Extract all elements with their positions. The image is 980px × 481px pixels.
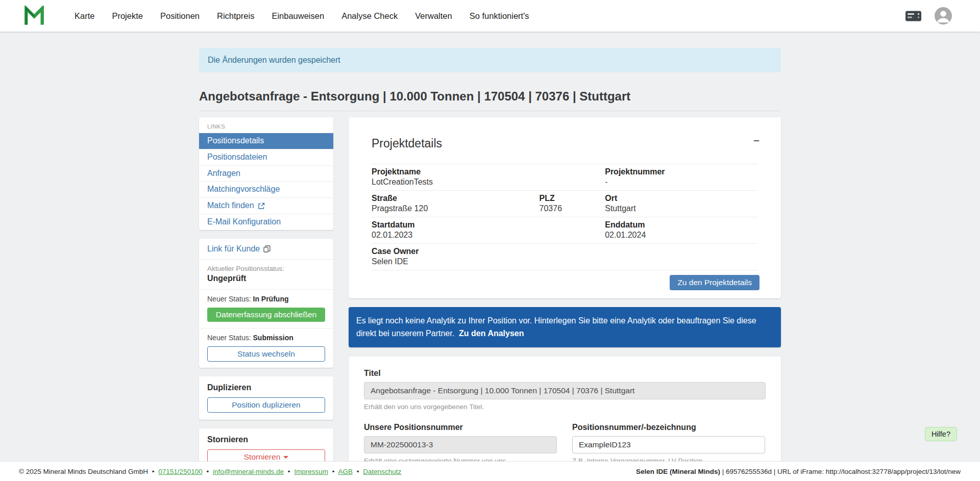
titel-input	[364, 382, 766, 399]
positionsnummer-label: Unsere Positionsnummer	[364, 423, 557, 432]
field-projektname: Projektname LotCreationTests	[372, 167, 605, 188]
links-header: LINKS	[199, 117, 333, 133]
footer-datenschutz-link[interactable]: Datenschutz	[363, 468, 401, 475]
brand-logo[interactable]	[23, 5, 46, 27]
separator: •	[206, 468, 209, 475]
finish-data-entry-button[interactable]: Datenerfassung abschließen	[207, 308, 325, 322]
nav-item-einbauweisen[interactable]: Einbauweisen	[272, 11, 324, 21]
user-avatar[interactable]	[934, 7, 952, 25]
nav-item-karte[interactable]: Karte	[75, 11, 94, 21]
duplicate-card: Duplizieren Position duplizieren	[199, 376, 333, 420]
copy-icon[interactable]	[263, 245, 271, 252]
navbar-right-group	[905, 7, 952, 25]
project-details-table: Projektname LotCreationTests Projektnumm…	[372, 164, 758, 270]
nav-item-positionen[interactable]: Positionen	[160, 11, 200, 21]
sidebar-item-label: Anfragen	[207, 167, 240, 180]
next-status-line: Neuer Status: Submission	[207, 334, 325, 342]
next-status-submission-section: Neuer Status: Submission Status wechseln	[199, 328, 333, 368]
cancel-title: Stornieren	[199, 428, 333, 445]
help-button[interactable]: Hilfe?	[925, 427, 957, 441]
status-card: Link für Kunde Aktueller Positionsstatus…	[199, 239, 333, 368]
nav-item-verwalten[interactable]: Verwalten	[415, 11, 452, 21]
sidebar-item-email-konfiguration[interactable]: E-Mail Konfiguration	[199, 214, 333, 230]
separator: •	[357, 468, 359, 475]
main-navigation: Karte Projekte Positionen Richtpreis Ein…	[75, 11, 529, 21]
footer-phone-link[interactable]: 07151/250100	[158, 468, 202, 475]
field-startdatum: Startdatum 02.01.2023	[372, 220, 605, 241]
top-navbar: Karte Projekte Positionen Richtpreis Ein…	[0, 0, 980, 32]
field-ort: Ort Stuttgart	[605, 193, 758, 214]
duplicate-title: Duplizieren	[199, 376, 333, 393]
customer-link-label: Link für Kunde	[207, 244, 260, 254]
nav-item-projekte[interactable]: Projekte	[112, 11, 143, 21]
current-status-value: Ungeprüft	[207, 274, 325, 283]
bezeichnung-input[interactable]	[572, 436, 765, 453]
next-status-line: Neuer Status: In Prüfung	[207, 295, 325, 303]
current-status-section: Aktueller Positionsstatus: Ungeprüft	[199, 259, 333, 289]
footer-user-name: Selen IDE (Mineral Minds)	[636, 468, 720, 475]
next-status-prefix: Neuer Status:	[207, 334, 251, 342]
next-status-prefix: Neuer Status:	[207, 295, 251, 303]
current-status-label: Aktueller Positionsstatus:	[207, 265, 325, 272]
nav-item-so-funktionierts[interactable]: So funktioniert's	[470, 11, 529, 21]
field-strasse: Straße Pragstraße 120	[372, 193, 540, 214]
footer: © 2025 Mineral Minds Deutschland GmbH • …	[0, 461, 980, 481]
bezeichnung-label: Positionsnummer/-bezeichnung	[572, 423, 765, 432]
footer-right: Selen IDE (Mineral Minds) | 69576255536d…	[636, 468, 961, 475]
sidebar-item-label: Positionsdateien	[207, 151, 267, 164]
success-alert: Die Änderungen wurden gespeichert	[199, 48, 781, 72]
sidebar-item-match-finden[interactable]: Match finden	[199, 197, 333, 214]
separator: •	[152, 468, 155, 475]
next-status-value: In Prüfung	[253, 295, 289, 303]
separator: •	[288, 468, 290, 475]
duplicate-position-button[interactable]: Position duplizieren	[207, 397, 325, 413]
sidebar: LINKS Positionsdetails Positionsdateien …	[199, 117, 333, 480]
footer-left: © 2025 Mineral Minds Deutschland GmbH • …	[19, 468, 401, 475]
external-link-icon	[258, 202, 265, 210]
customer-link[interactable]: Link für Kunde	[199, 239, 333, 259]
switch-status-button[interactable]: Status wechseln	[207, 346, 325, 362]
field-enddatum: Enddatum 02.01.2024	[605, 220, 758, 241]
sidebar-item-matchingvorschlaege[interactable]: Matchingvorschläge	[199, 181, 333, 197]
server-icon[interactable]	[905, 10, 922, 22]
sidebar-item-label: E-Mail Konfiguration	[207, 216, 281, 229]
main-content: Projektdetails – Projektname LotCreation…	[349, 117, 781, 481]
sidebar-item-positionsdateien[interactable]: Positionsdateien	[199, 149, 333, 165]
footer-session-info: | 69576255536d | URL of iFrame: http://l…	[720, 468, 961, 475]
separator: •	[332, 468, 335, 475]
sidebar-item-positionsdetails[interactable]: Positionsdetails	[199, 133, 333, 149]
cancel-button-label: Stornieren	[244, 452, 281, 461]
collapse-icon[interactable]: –	[753, 134, 760, 146]
field-projektnummer: Projektnummer -	[605, 167, 758, 188]
project-details-card: Projektdetails – Projektname LotCreation…	[349, 117, 781, 298]
sidebar-item-anfragen[interactable]: Anfragen	[199, 165, 333, 182]
user-icon	[934, 7, 952, 25]
titel-help: Erhält den von uns vorgegebenen Titel.	[364, 403, 766, 411]
copyright-text: © 2025 Mineral Minds Deutschland GmbH	[19, 468, 148, 475]
page-title: Angebotsanfrage - Entsorgung | 10.000 To…	[199, 89, 781, 111]
sidebar-links-card: LINKS Positionsdetails Positionsdateien …	[199, 117, 333, 230]
footer-impressum-link[interactable]: Impressum	[294, 468, 328, 475]
go-to-analyses-link[interactable]: Zu den Analysen	[459, 329, 524, 338]
next-status-pruefung-section: Neuer Status: In Prüfung Datenerfassung …	[199, 289, 333, 328]
titel-label: Titel	[364, 369, 766, 378]
next-status-value: Submission	[253, 334, 293, 342]
sidebar-item-label: Match finden	[207, 199, 254, 212]
nav-item-richtpreis[interactable]: Richtpreis	[217, 11, 254, 21]
nav-item-analyse-check[interactable]: Analyse Check	[341, 11, 398, 21]
field-plz: PLZ 70376	[540, 193, 605, 214]
dropdown-caret-icon	[283, 456, 288, 459]
footer-email-link[interactable]: info@mineral-minds.de	[213, 468, 284, 475]
footer-agb-link[interactable]: AGB	[338, 468, 353, 475]
sidebar-item-label: Positionsdetails	[207, 135, 264, 147]
analytics-banner-text: Es liegt noch keine Analytik zu Ihrer Po…	[356, 316, 756, 338]
analytics-info-banner: Es liegt noch keine Analytik zu Ihrer Po…	[349, 307, 781, 348]
go-to-project-details-button[interactable]: Zu den Projektdetails	[670, 275, 760, 290]
sidebar-item-label: Matchingvorschläge	[207, 183, 280, 196]
field-case-owner: Case Owner Selen IDE	[372, 246, 758, 267]
project-details-title: Projektdetails	[372, 137, 758, 150]
mineral-minds-logo-icon	[23, 6, 45, 26]
positionsnummer-input	[364, 436, 557, 453]
